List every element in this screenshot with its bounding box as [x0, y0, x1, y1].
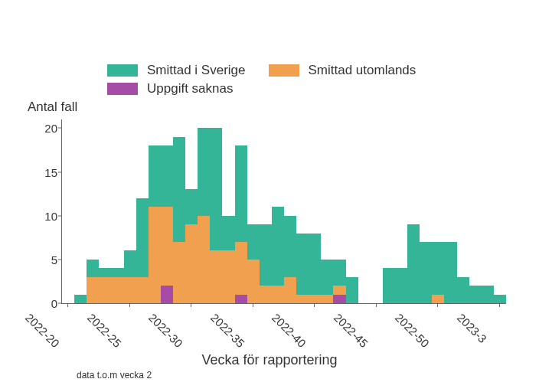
bar-col [210, 119, 222, 303]
bar-segment [321, 295, 333, 303]
bar-col [469, 119, 482, 303]
bar-col [99, 119, 111, 303]
bar-segment [136, 277, 149, 303]
bar-segment [469, 286, 482, 303]
bar-col [111, 119, 123, 303]
bar-col [420, 119, 432, 303]
x-tick-mark [314, 303, 315, 307]
y-axis-title: Antal fall [28, 100, 77, 115]
bar-segment [420, 242, 432, 303]
bar-segment [124, 250, 136, 276]
bar-col [149, 119, 161, 303]
x-tick-mark [191, 303, 191, 307]
bar-segment [346, 277, 358, 303]
chart-container: Smittad i Sverige Smittad utomlands Uppg… [0, 0, 539, 392]
x-tick-label: 2022-40 [270, 311, 309, 350]
legend-label-saknas: Uppgift saknas [147, 81, 233, 96]
y-tick: 15 [34, 165, 57, 178]
bar-segment [198, 216, 210, 303]
x-tick-label: 2022-50 [393, 311, 432, 350]
bar-segment [87, 277, 99, 303]
bar-segment [124, 277, 136, 303]
x-tick-mark [437, 303, 438, 307]
x-tick-label: 2022-30 [146, 311, 185, 350]
bar-col [247, 119, 260, 303]
bar-col [407, 119, 420, 303]
bar-segment [432, 242, 444, 295]
bar-col [62, 119, 74, 303]
bar-segment [333, 260, 345, 286]
bar-segment [309, 295, 321, 303]
bar-segment [407, 224, 420, 303]
x-axis-title: Vecka för rapportering [0, 352, 539, 368]
x-tick-label: 2022-35 [208, 311, 247, 350]
bar-segment [260, 224, 272, 286]
bar-col [395, 119, 407, 303]
bar-col [74, 119, 87, 303]
bar-col [222, 119, 234, 303]
bar-segment [482, 286, 494, 303]
x-tick-mark [499, 303, 500, 307]
bar-segment [161, 286, 173, 303]
bar-segment [185, 189, 198, 224]
bar-segment [444, 242, 456, 303]
bar-col [309, 119, 321, 303]
bar-col [272, 119, 284, 303]
bar-segment [395, 268, 407, 303]
bar-segment [161, 207, 173, 286]
bar-segment [272, 286, 284, 303]
bar-segment [333, 295, 345, 303]
bar-segment [210, 128, 222, 250]
bar-col [383, 119, 395, 303]
x-tick-label: 2023-3 [455, 311, 489, 345]
y-tick: 10 [34, 209, 57, 222]
bar-segment [296, 295, 309, 303]
bar-segment [173, 242, 185, 303]
x-tick-mark [67, 303, 68, 307]
bar-segment [222, 250, 234, 303]
legend-label-utomlands: Smittad utomlands [309, 63, 416, 78]
bars [62, 119, 506, 303]
bar-segment [87, 260, 99, 277]
legend-item-utomlands: Smittad utomlands [269, 63, 416, 78]
bar-col [444, 119, 456, 303]
bar-segment [247, 224, 260, 260]
bar-col [284, 119, 296, 303]
bar-col [235, 119, 247, 303]
bar-col [457, 119, 469, 303]
y-tick: 5 [34, 253, 57, 266]
bar-segment [457, 277, 469, 303]
bar-col [296, 119, 309, 303]
bar-segment [222, 216, 234, 251]
legend-item-saknas: Uppgift saknas [107, 81, 233, 96]
bar-segment [321, 260, 333, 295]
bar-segment [111, 268, 123, 276]
footnote: data t.o.m vecka 2 [77, 370, 152, 381]
bar-col [333, 119, 345, 303]
bar-segment [247, 260, 260, 303]
bar-segment [272, 207, 284, 286]
bar-segment [210, 250, 222, 303]
legend-swatch-utomlands [269, 64, 299, 77]
bar-col [346, 119, 358, 303]
x-axis-ticks: 2022-202022-252022-302022-352022-402022-… [61, 303, 505, 349]
bar-col [358, 119, 371, 303]
bar-segment [198, 128, 210, 215]
bar-col [87, 119, 99, 303]
y-tick: 20 [34, 122, 57, 135]
legend-swatch-sverige [107, 64, 138, 77]
legend-item-sverige: Smittad i Sverige [107, 63, 246, 78]
bar-segment [260, 286, 272, 303]
bar-segment [136, 198, 149, 277]
bar-segment [432, 295, 444, 303]
bar-segment [149, 207, 161, 303]
bar-segment [383, 268, 395, 303]
x-tick-mark [253, 303, 253, 307]
bar-col [136, 119, 149, 303]
bar-segment [296, 234, 309, 295]
bar-segment [99, 268, 111, 276]
bar-segment [235, 242, 247, 295]
bar-col [321, 119, 333, 303]
bar-col [185, 119, 198, 303]
legend-label-sverige: Smittad i Sverige [147, 63, 246, 78]
